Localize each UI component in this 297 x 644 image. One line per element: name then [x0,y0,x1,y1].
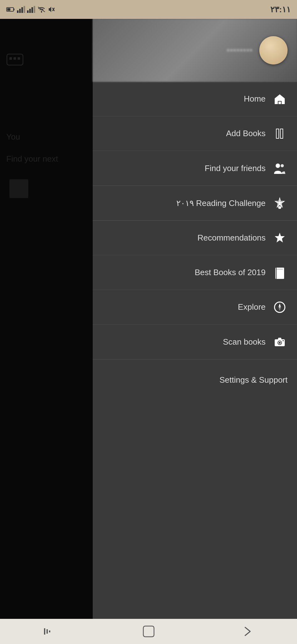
find-friends-label: Find your friends [102,164,266,173]
status-icons [6,6,55,13]
drawer-menu: Home Add Books [93,82,297,619]
svg-point-41 [279,342,281,344]
menu-item-explore[interactable]: Explore [93,290,297,325]
svg-rect-4 [19,9,21,13]
books-icon [272,126,288,142]
svg-rect-28 [278,207,282,208]
scan-books-label: Scan books [102,337,266,347]
svg-rect-3 [17,10,19,13]
svg-rect-8 [29,9,31,13]
book-open-icon [272,265,288,280]
menu-item-best-books[interactable]: Best Books of 2019 [93,255,297,290]
recommendations-label: Recommendations [102,233,266,243]
drawer-header: •••••••• [93,19,297,82]
menu-section-main: Home Add Books [93,82,297,186]
status-bar: ٢٣:١١ [0,0,297,19]
drawer-overlay[interactable] [0,19,96,619]
svg-rect-22 [281,129,283,138]
svg-rect-43 [44,628,45,635]
menu-item-reading-challenge[interactable]: ٢٠١٩ Reading Challenge [93,186,297,220]
svg-point-24 [281,164,284,167]
svg-marker-29 [275,233,285,242]
signal1-icon [17,6,25,13]
svg-rect-1 [14,8,14,10]
menu-item-find-friends[interactable]: Find your friends [93,151,297,186]
username-label: •••••••• [227,46,253,55]
wifi-icon [37,6,46,13]
navigation-drawer: •••••••• Home Add Books [93,19,297,619]
svg-rect-9 [31,7,33,13]
mute-icon [48,6,55,13]
friends-icon [272,160,288,176]
menu-item-scan-books[interactable]: Scan books [93,325,297,359]
svg-point-37 [279,307,280,308]
star-icon [272,230,288,246]
menu-item-settings[interactable]: Settings & Support [102,372,288,388]
svg-rect-32 [277,269,283,269]
explore-label: Explore [102,302,266,312]
svg-rect-2 [7,8,10,11]
svg-point-23 [276,164,280,168]
menu-section-settings: Settings & Support [93,359,297,401]
forward-button[interactable] [238,624,257,639]
compass-icon [272,299,288,315]
home-label: Home [102,94,266,104]
menu-item-home[interactable]: Home [93,82,297,116]
signal2-icon [27,6,35,13]
svg-rect-31 [276,268,277,279]
battery-icon [6,7,15,12]
svg-rect-5 [21,7,23,13]
menu-section-challenge: ٢٠١٩ Reading Challenge [93,186,297,221]
svg-rect-21 [277,129,278,138]
svg-rect-46 [143,626,154,637]
best-books-label: Best Books of 2019 [102,268,266,277]
add-books-label: Add Books [102,129,266,138]
home-icon [272,91,288,107]
svg-rect-7 [27,10,29,13]
settings-label: Settings & Support [219,375,288,385]
svg-rect-44 [47,629,48,634]
bottom-nav-bar [0,619,297,644]
svg-rect-45 [49,630,50,632]
camera-icon [272,334,288,350]
menu-item-recommendations[interactable]: Recommendations [93,221,297,255]
avatar [259,36,288,64]
svg-rect-6 [24,6,25,13]
medal-icon [272,195,288,211]
svg-rect-18 [278,102,281,104]
svg-rect-10 [34,6,35,13]
menu-item-add-books[interactable]: Add Books [93,116,297,151]
reading-challenge-label: ٢٠١٩ Reading Challenge [102,198,266,208]
home-button[interactable] [139,624,158,639]
svg-rect-42 [283,340,284,341]
status-time: ٢٣:١١ [270,5,291,14]
back-button[interactable] [40,624,59,639]
menu-section-discover: Recommendations Best Books of 2019 [93,221,297,359]
